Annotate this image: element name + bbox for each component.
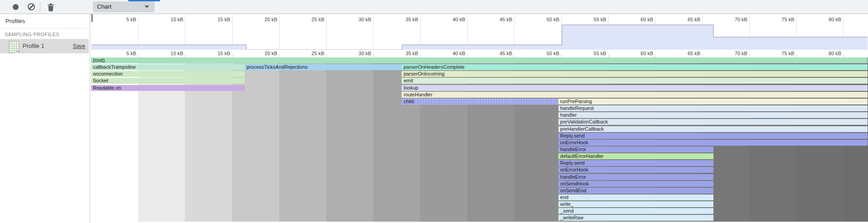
flame-bar[interactable]: Reply.send — [558, 160, 713, 166]
chevron-down-icon — [145, 5, 149, 8]
ruler-tick — [279, 54, 280, 57]
devtools-profiler-window: Chart Profiles SAMPLING PROFILES % Profi… — [0, 0, 868, 223]
ruler-tick-label: 40 kB — [452, 17, 465, 22]
heap-profile-icon: % — [9, 41, 19, 53]
flame-bar[interactable]: onErrorHook — [558, 140, 868, 146]
ruler-tick — [608, 54, 609, 57]
ruler-tick-label: 5 kB — [126, 17, 136, 22]
ruler-tick — [467, 54, 468, 57]
ruler-tick-label: 65 kB — [688, 17, 700, 22]
ruler-tick-label: 45 kB — [499, 51, 512, 56]
ruler-tick-label: 30 kB — [359, 17, 371, 22]
flame-bar[interactable]: emit — [402, 78, 868, 84]
ruler-tick-label: 20 kB — [265, 51, 277, 56]
ruler-tick-label: 5 kB — [126, 51, 136, 56]
flame-bar[interactable]: routeHandler — [402, 92, 868, 98]
flame-bar[interactable]: lookup — [402, 85, 868, 91]
ruler-tick-label: 80 kB — [829, 51, 841, 56]
flame-bar[interactable]: Readable.on — [91, 85, 245, 91]
ruler-tick-label: 25 kB — [311, 17, 324, 22]
flame-bar[interactable]: defaultErrorHandler — [558, 153, 713, 159]
flame-bar[interactable]: callbackTrampoline — [91, 64, 245, 70]
flame-bar[interactable]: preValidationCallback — [558, 119, 868, 125]
flame-bar[interactable]: parserOnIncoming — [402, 71, 868, 77]
view-mode-select-value: Chart — [97, 3, 112, 10]
flame-bar[interactable]: handleError — [558, 147, 713, 152]
toolbar: Chart — [0, 0, 868, 14]
ruler-tick-label: 70 kB — [735, 51, 747, 56]
ruler-tick — [138, 54, 139, 57]
ruler-tick-label: 40 kB — [452, 51, 465, 56]
flame-bar[interactable]: onSendEnd — [558, 188, 713, 194]
ruler-tick-label: 55 kB — [594, 17, 606, 22]
flame-bar[interactable]: runPreParsing — [558, 99, 868, 104]
ruler-tick — [185, 54, 185, 57]
profile-name: Profile 1 — [23, 43, 44, 49]
ruler-tick-label: 15 kB — [218, 51, 230, 56]
ruler-tick — [373, 54, 373, 57]
flame-bar[interactable]: parserOnHeadersComplete — [402, 64, 868, 70]
flame-bar[interactable]: processTicksAndRejections — [245, 64, 402, 70]
chart-pane: 5 kB10 kB15 kB20 kB25 kB30 kB35 kB40 kB4… — [91, 14, 868, 223]
ruler-tick-label: 35 kB — [406, 17, 418, 22]
ruler-tick — [561, 54, 562, 57]
trash-icon-glyph — [47, 3, 54, 11]
ruler-tick — [232, 54, 233, 57]
sidebar-title: Profiles — [5, 18, 25, 24]
view-mode-select[interactable]: Chart — [93, 1, 155, 12]
sidebar: Profiles SAMPLING PROFILES % Profile 1 S… — [0, 14, 90, 223]
flame-bar[interactable]: end — [558, 195, 713, 200]
flame-bar[interactable]: Reply.send — [558, 133, 868, 139]
ruler-tick — [655, 54, 655, 57]
ruler-tick-label: 70 kB — [735, 17, 747, 22]
memory-overview-chart[interactable] — [91, 14, 868, 50]
flame-bar[interactable]: child — [402, 99, 558, 104]
ruler-tick — [514, 54, 514, 57]
ruler-tick-label: 30 kB — [359, 51, 371, 56]
flame-bar[interactable]: onErrorHook — [558, 167, 713, 173]
ruler-tick-label: 25 kB — [311, 51, 324, 56]
flame-bar[interactable]: _send — [558, 208, 713, 214]
ruler-tick-label: 75 kB — [781, 51, 794, 56]
flamechart-ruler: 5 kB10 kB15 kB20 kB25 kB30 kB35 kB40 kB4… — [91, 50, 868, 57]
flame-bar[interactable]: handleError — [558, 174, 713, 180]
ruler-tick-label: 10 kB — [170, 17, 183, 22]
ruler-tick — [702, 54, 703, 57]
flame-bar[interactable]: onconnection — [91, 71, 245, 77]
clear-icon[interactable] — [28, 3, 35, 10]
ruler-tick-label: 60 kB — [640, 17, 653, 22]
flame-bar[interactable]: preHandlerCallback — [558, 126, 868, 132]
flame-bar[interactable]: handleRequest — [558, 105, 868, 111]
ruler-tick-label: 10 kB — [170, 51, 183, 56]
sidebar-separator — [0, 28, 90, 28]
ruler-tick-label: 35 kB — [406, 51, 418, 56]
sampling-profiles-header: SAMPLING PROFILES — [5, 32, 59, 37]
save-link[interactable]: Save — [73, 43, 85, 49]
ruler-tick — [796, 54, 797, 57]
ruler-tick-label: 45 kB — [499, 17, 512, 22]
flame-bar[interactable]: handler — [558, 112, 868, 118]
ruler-tick-label: 20 kB — [265, 17, 277, 22]
toolbar-divider — [40, 3, 40, 11]
trash-icon[interactable] — [47, 3, 54, 11]
ruler-tick-label: 80 kB — [829, 17, 841, 22]
ruler-tick — [420, 54, 421, 57]
flame-bar[interactable]: write_ — [558, 201, 713, 207]
profile-list-item[interactable]: % Profile 1 Save — [0, 39, 89, 53]
flame-bar[interactable]: (root) — [91, 57, 868, 63]
ruler-tick-label: 50 kB — [547, 17, 559, 22]
ruler-tick-label: 15 kB — [218, 17, 230, 22]
flame-bar[interactable]: Socket — [91, 78, 245, 84]
allocation-flamechart: (root)callbackTrampolineprocessTicksAndR… — [91, 57, 868, 223]
ruler-tick-label: 55 kB — [594, 51, 606, 56]
record-icon[interactable] — [13, 4, 19, 10]
flame-bar[interactable]: onSendHook — [558, 181, 713, 187]
ruler-tick-label: 50 kB — [547, 51, 559, 56]
vertical-scrollbar-thumb[interactable] — [91, 14, 93, 22]
ruler-tick — [843, 54, 844, 57]
ruler-tick-label: 75 kB — [781, 17, 794, 22]
flame-bar[interactable]: _writeRaw — [558, 215, 713, 221]
ruler-tick — [749, 54, 750, 57]
ruler-tick-label: 60 kB — [640, 51, 653, 56]
ruler-tick-label: 65 kB — [688, 51, 700, 56]
